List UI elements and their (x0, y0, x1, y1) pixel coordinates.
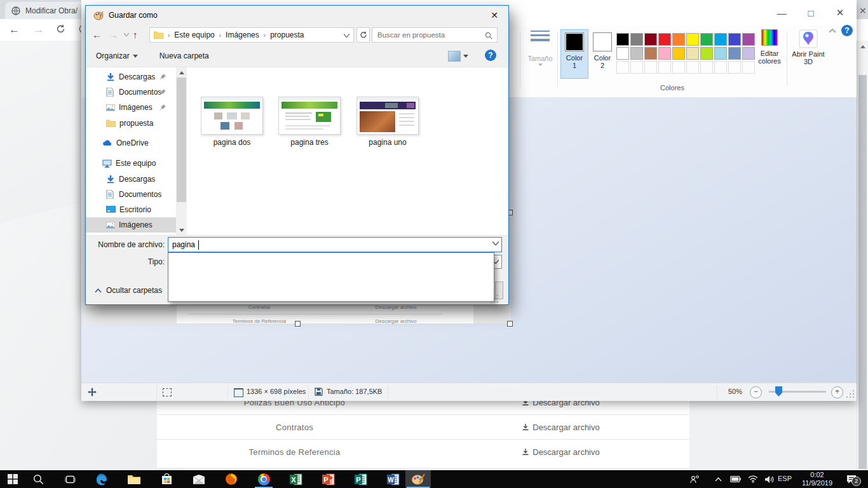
sidebar-item-imagenes-pinned[interactable]: Imágenes (86, 100, 176, 115)
hide-folders-button[interactable]: Ocultar carpetas (95, 286, 162, 295)
download-link[interactable]: Descargar archivo (432, 447, 689, 457)
view-dropdown-icon[interactable] (463, 55, 468, 58)
back-button[interactable]: ← (92, 29, 102, 40)
palette-empty-slot[interactable] (686, 61, 699, 74)
firefox-icon[interactable] (224, 471, 239, 487)
help-icon[interactable]: ? (841, 25, 853, 36)
filename-input[interactable]: pagina (168, 237, 502, 252)
sidebar-item-onedrive[interactable]: OneDrive (86, 135, 176, 151)
palette-empty-slot[interactable] (728, 61, 741, 74)
file-explorer-icon[interactable] (126, 471, 142, 487)
filename-autocomplete-dropdown[interactable] (168, 252, 494, 302)
word-icon[interactable]: W (386, 471, 401, 487)
palette-color[interactable] (742, 47, 755, 60)
zoom-in-button[interactable]: + (831, 386, 843, 398)
breadcrumb[interactable]: › Este equipo › Imágenes › propuesta (149, 27, 354, 43)
dialog-titlebar[interactable]: Guardar como ✕ (86, 6, 508, 25)
palette-color[interactable] (700, 33, 713, 46)
taskbar-search-icon[interactable] (31, 471, 46, 487)
palette-color[interactable] (658, 47, 671, 60)
palette-color[interactable] (728, 33, 741, 46)
browser-tab[interactable]: Modificar Obra/ (5, 2, 86, 19)
sidebar-item-documentos-pinned[interactable]: Documentos (86, 85, 176, 100)
sidebar-item-descargas-pinned[interactable]: Descargas (86, 69, 176, 85)
canvas-resize-handle-corner[interactable] (507, 321, 513, 327)
palette-empty-slot[interactable] (700, 61, 713, 74)
palette-color[interactable] (700, 47, 713, 60)
recent-locations-icon[interactable] (124, 33, 129, 36)
breadcrumb-item[interactable]: Imágenes (226, 30, 259, 39)
palette-color[interactable] (742, 33, 755, 46)
open-paint3d-button[interactable]: Abrir Paint 3D (790, 29, 826, 65)
resize-grip[interactable] (845, 389, 854, 398)
maximize-button[interactable]: □ (796, 0, 825, 25)
breadcrumb-item[interactable]: Este equipo (174, 30, 214, 39)
file-item-pagina-dos[interactable]: pagina dos (201, 97, 263, 147)
sidebar-item-propuesta[interactable]: propuesta (86, 116, 176, 131)
task-view-icon[interactable] (62, 471, 78, 487)
forward-button[interactable]: → (109, 29, 118, 40)
color1-button[interactable]: Color 1 (560, 29, 588, 79)
zoom-slider-thumb[interactable] (775, 386, 782, 396)
language-indicator[interactable]: ESP (778, 475, 792, 482)
scrollbar-thumb[interactable] (858, 75, 867, 469)
download-link[interactable]: Descargar archivo (432, 423, 689, 432)
scroll-up-icon[interactable] (860, 44, 865, 48)
palette-empty-slot[interactable] (672, 61, 685, 74)
excel-icon[interactable]: X (288, 471, 304, 487)
palette-color[interactable] (714, 33, 727, 46)
publisher-icon[interactable]: P (353, 471, 369, 487)
palette-color[interactable] (714, 47, 727, 60)
palette-empty-slot[interactable] (658, 61, 671, 74)
up-button[interactable]: ↑ (133, 29, 138, 40)
palette-color[interactable] (672, 33, 685, 46)
chrome-icon[interactable] (256, 471, 271, 487)
palette-color[interactable] (686, 47, 699, 60)
search-box[interactable]: Buscar en propuesta (372, 27, 498, 43)
view-mode-icon[interactable] (448, 51, 461, 62)
palette-empty-slot[interactable] (742, 61, 755, 74)
paint-taskbar-icon[interactable] (410, 471, 426, 487)
sidebar-item-este-equipo[interactable]: Este equipo (86, 156, 176, 171)
palette-empty-slot[interactable] (644, 61, 657, 74)
refresh-button[interactable] (356, 27, 370, 43)
scroll-down-icon[interactable] (176, 225, 187, 235)
scrollbar-thumb[interactable] (177, 78, 186, 202)
organize-button[interactable]: Organizar (96, 51, 130, 60)
taskbar-clock[interactable]: 0:02 11/9/2019 (796, 471, 839, 487)
microsoft-store-icon[interactable] (159, 471, 174, 487)
palette-empty-slot[interactable] (616, 61, 629, 74)
browser-forward-button[interactable]: → (33, 24, 44, 36)
palette-color[interactable] (658, 33, 671, 46)
browser-close-button[interactable]: ✕ (859, 6, 867, 16)
notification-center-icon[interactable]: 2 (844, 471, 859, 487)
tray-expand-icon[interactable] (710, 471, 726, 487)
color2-button[interactable]: Color 2 (590, 29, 614, 78)
canvas-resize-handle-bottom[interactable] (295, 321, 301, 327)
palette-color[interactable] (644, 47, 657, 60)
palette-color[interactable] (616, 33, 629, 46)
palette-empty-slot[interactable] (714, 61, 727, 74)
people-icon[interactable] (688, 471, 703, 487)
file-item-pagina-tres[interactable]: pagina tres (278, 97, 341, 147)
battery-icon[interactable] (728, 471, 743, 487)
sidebar-item-escritorio[interactable]: Escritorio (86, 202, 176, 217)
mail-icon[interactable] (191, 471, 207, 487)
zoom-out-button[interactable]: − (750, 386, 762, 398)
sidebar-item-documentos[interactable]: Documentos (86, 187, 176, 202)
sidebar-item-descargas[interactable]: Descargas (86, 172, 176, 187)
palette-color[interactable] (616, 47, 629, 60)
scroll-up-icon[interactable] (176, 67, 187, 78)
start-button[interactable] (5, 471, 20, 487)
palette-color[interactable] (672, 47, 685, 60)
edge-icon[interactable] (94, 471, 109, 487)
close-button[interactable]: ✕ (825, 0, 855, 25)
browser-reload-button[interactable] (56, 24, 65, 34)
file-item-pagina-uno[interactable]: pagina uno (356, 97, 419, 147)
palette-color[interactable] (728, 47, 741, 60)
palette-color[interactable] (630, 47, 643, 60)
palette-color[interactable] (644, 33, 657, 46)
powerpoint-icon[interactable]: P (321, 471, 336, 487)
palette-empty-slot[interactable] (630, 61, 643, 74)
wifi-icon[interactable] (745, 471, 761, 487)
